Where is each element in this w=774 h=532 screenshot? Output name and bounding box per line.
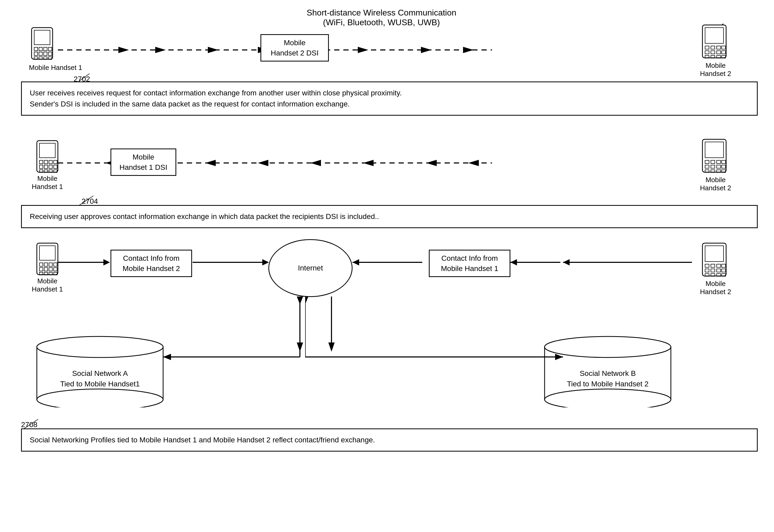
svg-rect-46 <box>44 165 48 168</box>
arrow-ci1-to-h2 <box>510 257 563 268</box>
svg-marker-61 <box>468 160 479 166</box>
handset1-dsi-label: MobileHandset 1 DSI <box>116 152 170 172</box>
svg-line-135 <box>22 419 38 430</box>
handset2-bot: Mobile Handset 2 <box>697 242 734 296</box>
title-line1: Short-distance Wireless Communication <box>237 8 526 18</box>
phone-icon-6 <box>701 242 730 279</box>
title: Short-distance Wireless Communication (W… <box>237 8 526 27</box>
title-line2: (WiFi, Bluetooth, WUSB, UWB) <box>237 18 526 27</box>
internet-circle: Internet <box>268 239 353 297</box>
svg-rect-71 <box>722 165 726 168</box>
svg-rect-2 <box>34 47 38 51</box>
handset2-top: Mobile Handset 2 <box>697 24 734 78</box>
handset2-mid-label: Mobile Handset 2 <box>697 176 734 192</box>
svg-rect-44 <box>54 160 57 164</box>
svg-line-76 <box>78 196 93 206</box>
svg-rect-26 <box>711 46 715 49</box>
svg-rect-47 <box>49 165 52 168</box>
svg-rect-25 <box>705 46 709 49</box>
svg-marker-20 <box>358 47 368 53</box>
svg-rect-3 <box>39 47 42 51</box>
svg-rect-99 <box>703 243 726 276</box>
handset2-dsi-label: MobileHandset 2 DSI <box>267 38 323 58</box>
svg-marker-58 <box>311 160 321 166</box>
svg-rect-6 <box>34 52 38 55</box>
desc-text-2: Receiving user approves contact informat… <box>30 211 749 222</box>
svg-rect-105 <box>705 269 709 272</box>
svg-rect-69 <box>711 165 715 168</box>
handset1-bot-label: Mobile Handset 1 <box>29 277 66 293</box>
svg-rect-65 <box>711 160 715 163</box>
desc-box-1: User receives receives request for conta… <box>21 81 758 116</box>
svg-marker-15 <box>155 47 166 53</box>
contact-info-mh1-label: Contact Info fromMobile Handset 1 <box>435 253 504 274</box>
svg-rect-81 <box>49 263 52 266</box>
svg-marker-133 <box>555 354 563 360</box>
handset1-mid-label: Mobile Handset 1 <box>29 175 66 191</box>
arrow-internet-to-ci1 <box>353 257 429 268</box>
phone-icon-3 <box>34 139 60 173</box>
contact-info-mh2-box: Contact Info fromMobile Handset 2 <box>110 250 192 277</box>
svg-rect-108 <box>722 269 726 272</box>
svg-marker-137 <box>563 259 569 265</box>
svg-text:Social Network A: Social Network A <box>72 369 128 377</box>
social-network-a-cylinder: Social Network A Tied to Mobile Handset1 <box>34 334 166 407</box>
svg-rect-103 <box>717 264 721 267</box>
svg-rect-40 <box>39 143 55 158</box>
svg-rect-8 <box>44 52 47 55</box>
svg-marker-59 <box>363 160 374 166</box>
svg-rect-80 <box>44 263 48 266</box>
svg-marker-96 <box>353 259 359 265</box>
svg-marker-56 <box>205 160 216 166</box>
svg-rect-100 <box>705 246 724 262</box>
arrows-right-routing <box>305 296 563 375</box>
svg-rect-23 <box>703 25 726 58</box>
arrow-h1-to-ci2 <box>57 257 110 268</box>
handset2-bot-label: Mobile Handset 2 <box>697 280 734 296</box>
desc-text-1: User receives receives request for conta… <box>30 88 749 110</box>
svg-rect-43 <box>49 160 52 164</box>
svg-point-124 <box>544 389 671 407</box>
svg-rect-48 <box>54 165 57 168</box>
svg-rect-28 <box>722 46 726 49</box>
svg-marker-130 <box>297 296 303 304</box>
svg-text:Social Network B: Social Network B <box>579 369 636 377</box>
svg-point-118 <box>37 336 163 357</box>
handset2-top-label: Mobile Handset 2 <box>697 62 734 78</box>
svg-rect-101 <box>705 264 709 267</box>
arrows-left-routing <box>163 296 316 375</box>
arrow-h2-to-ci1 <box>563 257 700 268</box>
svg-point-119 <box>37 389 163 407</box>
phone-icon-1 <box>29 26 55 60</box>
svg-rect-82 <box>54 263 57 266</box>
svg-rect-70 <box>717 165 721 168</box>
svg-marker-57 <box>258 160 268 166</box>
svg-rect-84 <box>44 268 48 271</box>
svg-marker-129 <box>163 354 171 360</box>
svg-rect-85 <box>49 268 52 271</box>
svg-marker-16 <box>118 47 129 53</box>
svg-marker-94 <box>262 259 269 265</box>
svg-rect-24 <box>705 28 724 43</box>
svg-rect-42 <box>44 160 48 164</box>
svg-rect-9 <box>48 52 52 55</box>
svg-text:Tied to Mobile Handset 2: Tied to Mobile Handset 2 <box>567 380 649 388</box>
svg-rect-79 <box>39 263 43 266</box>
svg-marker-92 <box>103 259 110 265</box>
arrow-ci2-to-internet <box>192 257 269 268</box>
svg-rect-83 <box>39 268 43 271</box>
svg-marker-22 <box>463 47 473 53</box>
internet-label: Internet <box>298 264 323 272</box>
desc-text-3: Social Networking Profiles tied to Mobil… <box>30 434 749 446</box>
svg-rect-4 <box>44 47 47 51</box>
svg-rect-102 <box>711 264 715 267</box>
svg-rect-27 <box>717 46 721 49</box>
handset1-top-label: Mobile Handset 1 <box>29 64 82 72</box>
svg-rect-1 <box>34 30 50 45</box>
svg-rect-68 <box>705 165 709 168</box>
desc-box-2: Receiving user approves contact informat… <box>21 205 758 228</box>
svg-marker-17 <box>208 47 219 53</box>
svg-rect-66 <box>717 160 721 163</box>
svg-rect-5 <box>48 47 52 51</box>
svg-rect-7 <box>39 52 42 55</box>
